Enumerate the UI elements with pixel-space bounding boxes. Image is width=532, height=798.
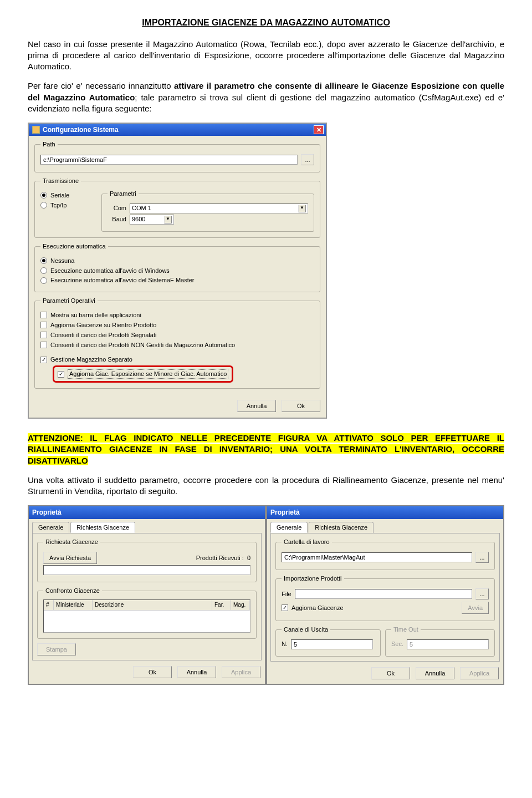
radio-avvio-windows-label: Esecuzione automatica all'avvio di Windo… [50,267,170,275]
radio-dot-icon [40,277,47,284]
confronto-table[interactable]: # Ministeriale Descrizione Far. Mag. [43,599,250,633]
cartella-legend: Cartella di lavoro [282,538,332,546]
esecuzione-group: Esecuzione automatica Nessuna Esecuzione… [34,242,320,292]
checkbox-icon [40,332,47,338]
col-descrizione: Descrizione [93,600,212,610]
tab-richiesta-giacenze[interactable]: Richiesta Giacenze [70,522,135,533]
proprieta-dialogs: Proprietà Generale Richiesta Giacenze Ri… [28,505,504,685]
col-hash: # [44,600,54,610]
check-aggiorna-rientro[interactable]: Aggiorna Giacenze su Rientro Prodotto [40,321,314,329]
timeout-group: Time Out Sec. [385,626,495,657]
col-ministeriale: Ministeriale [54,600,93,610]
dialog-title: Proprietà [32,508,62,517]
richiesta-group: Richiesta Giacenze Avvia Richiesta Prodo… [37,538,257,582]
n-label: N. [282,640,288,648]
ok-button[interactable]: Ok [371,667,410,679]
trasmissione-group: Trasmissione Seriale Tcp/Ip Parametri C [34,177,320,238]
tab-body: Cartella di lavoro ... Importazione Prod… [270,533,500,662]
file-input[interactable] [295,589,472,599]
close-icon[interactable]: ✕ [314,125,324,134]
check-mostra-barra[interactable]: Mostra su barra delle applicazioni [40,311,314,319]
radio-dot-icon [40,267,47,274]
radio-seriale-label: Seriale [50,191,69,200]
doc-title: IMPORTAZIONE GIACENZE DA MAGAZZINO AUTOM… [28,17,504,29]
radio-dot-icon [40,257,47,264]
paragraph-3: Una volta attivato il suddetto parametro… [28,475,504,497]
import-group: Importazione Prodotti File ... Aggiorna … [275,575,495,621]
browse-button[interactable]: ... [301,154,314,165]
radio-seriale[interactable]: Seriale [40,191,90,200]
p2-pre: Per fare cio' e' necessario innanzitutto [28,81,174,90]
radio-tcpip-label: Tcp/Ip [50,201,66,210]
tab-generale[interactable]: Generale [32,522,69,533]
browse-button[interactable]: ... [475,588,489,599]
parametri-operativi-group: Parametri Operativi Mostra su barra dell… [34,297,320,389]
checkbox-icon [40,322,47,328]
path-legend: Path [40,140,58,149]
checkbox-icon [40,312,47,318]
radio-nessuna[interactable]: Nessuna [40,257,314,265]
proprieta-right: Proprietà Generale Richiesta Giacenze Ca… [266,505,504,685]
titlebar: Configurazione Sistema ✕ [29,124,326,136]
trasmissione-legend: Trasmissione [40,177,81,185]
check-aggiorna-esposizione-label: Aggiorna Giac. Esposizione se Minore di … [68,369,228,379]
com-combo[interactable]: COM 1 ▼ [130,204,308,214]
check-segnalati[interactable]: Consenti il carico dei Prodotti Segnalat… [40,331,314,339]
checkbox-icon [282,604,288,611]
path-group: Path ... [34,140,320,172]
check-mostra-barra-label: Mostra su barra delle applicazioni [50,311,141,319]
esecuzione-legend: Esecuzione automatica [40,242,108,251]
check-aggiorna-rientro-label: Aggiorna Giacenze su Rientro Prodotto [50,321,156,329]
check-aggiorna-giacenze[interactable]: Aggiorna Giacenze [282,604,344,612]
tab-richiesta-giacenze[interactable]: Richiesta Giacenze [309,522,374,533]
canale-group: Canale di Uscita N. [275,626,381,657]
check-aggiorna-giacenze-label: Aggiorna Giacenze [291,604,344,612]
radio-tcpip[interactable]: Tcp/Ip [40,201,90,210]
check-aggiorna-esposizione[interactable]: Aggiorna Giac. Esposizione se Minore di … [58,369,228,379]
radio-avvio-windows[interactable]: Esecuzione automatica all'avvio di Windo… [40,267,314,275]
path-input[interactable] [40,155,298,165]
checkbox-icon [40,342,47,348]
import-legend: Importazione Prodotti [282,575,344,583]
baud-label: Baud [108,215,126,223]
avvia-button: Avvia [462,602,489,614]
check-magazzino-separato[interactable]: Gestione Magazzino Separato [40,355,314,364]
confronto-legend: Confronto Giacenze [43,587,102,595]
annulla-button[interactable]: Annulla [237,400,276,412]
richiesta-input[interactable] [43,565,250,575]
canale-legend: Canale di Uscita [282,626,330,634]
prodotti-ricevuti-label: Prodotti Ricevuti : [196,554,244,562]
dialog-title: Configurazione Sistema [43,125,119,134]
col-mag: Mag. [231,600,250,610]
baud-combo[interactable]: 9600 ▼ [130,215,174,225]
ok-button[interactable]: Ok [133,666,172,678]
cartella-input[interactable] [282,552,472,562]
col-far: Far. [212,600,231,610]
check-non-gestiti[interactable]: Consenti il carico dei Prodotti NON Gest… [40,341,314,349]
ok-button[interactable]: Ok [282,400,320,412]
avvia-richiesta-button[interactable]: Avvia Richiesta [43,552,97,564]
chevron-down-icon[interactable]: ▼ [164,216,172,223]
sec-input [407,639,489,649]
com-label: Com [108,204,126,212]
chevron-down-icon[interactable]: ▼ [298,205,306,212]
radio-avvio-master[interactable]: Esecuzione automatica all'avvio del Sist… [40,276,314,284]
annulla-button[interactable]: Annulla [416,667,454,679]
applica-button: Applica [222,666,260,678]
n-input[interactable] [291,639,373,649]
stampa-button: Stampa [37,643,76,655]
annulla-button[interactable]: Annulla [177,666,216,678]
highlighted-option: Aggiorna Giac. Esposizione se Minore di … [53,365,233,383]
checkbox-icon [40,357,47,363]
applica-button: Applica [460,667,499,679]
tab-body: Richiesta Giacenze Avvia Richiesta Prodo… [32,533,262,660]
timeout-legend: Time Out [391,626,421,634]
paragraph-1: Nel caso in cui fosse presente il Magazz… [28,39,504,73]
paragraph-2: Per fare cio' e' necessario innanzitutto… [28,80,504,114]
tab-generale[interactable]: Generale [270,522,308,533]
attention-highlight: ATTENZIONE: IL FLAG INDICATO NELLE PRECE… [28,433,504,465]
browse-button[interactable]: ... [475,552,489,563]
app-icon [32,126,40,134]
sec-label: Sec. [391,640,403,648]
baud-value: 9600 [132,215,145,223]
